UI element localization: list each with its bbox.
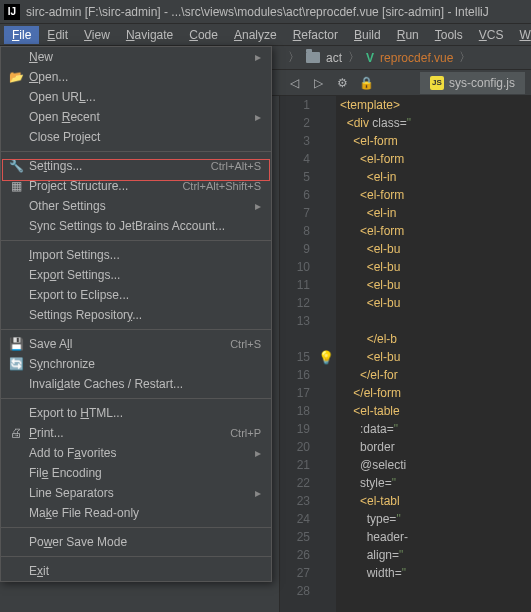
- menu-item-label: Sync Settings to JetBrains Account...: [25, 219, 261, 233]
- app-icon: IJ: [4, 4, 20, 20]
- menu-shortcut: Ctrl+Alt+Shift+S: [182, 180, 261, 192]
- menu-item[interactable]: Exit: [1, 561, 271, 581]
- menu-item[interactable]: 🖨Print...Ctrl+P: [1, 423, 271, 443]
- menu-item[interactable]: Export to HTML...: [1, 403, 271, 423]
- menu-item-icon: 💾: [7, 337, 25, 351]
- menu-windo[interactable]: Windo: [511, 26, 531, 44]
- menu-edit[interactable]: Edit: [39, 26, 76, 44]
- icon-gutter: 💡: [316, 96, 336, 612]
- menu-file[interactable]: File: [4, 26, 39, 44]
- menu-item-label: Export Settings...: [25, 268, 261, 282]
- code-editor[interactable]: <template> <div class=" <el-form <el-for…: [336, 96, 531, 612]
- submenu-arrow-icon: ▸: [255, 446, 261, 460]
- submenu-arrow-icon: ▸: [255, 199, 261, 213]
- menu-item-label: Open URL...: [25, 90, 261, 104]
- titlebar-text: sirc-admin [F:\sirc-admin] - ...\src\vie…: [26, 5, 489, 19]
- submenu-arrow-icon: ▸: [255, 486, 261, 500]
- menu-item-label: Other Settings: [25, 199, 251, 213]
- menu-item-label: New: [25, 50, 251, 64]
- back-icon[interactable]: ◁: [286, 75, 302, 91]
- menu-vcs[interactable]: VCS: [471, 26, 512, 44]
- menu-item-label: Export to Eclipse...: [25, 288, 261, 302]
- tab-label: sys-config.js: [449, 76, 515, 90]
- menu-item-label: Settings Repository...: [25, 308, 261, 322]
- menu-code[interactable]: Code: [181, 26, 226, 44]
- menu-item[interactable]: Open URL...: [1, 87, 271, 107]
- vue-icon: V: [366, 51, 374, 65]
- submenu-arrow-icon: ▸: [255, 50, 261, 64]
- menu-build[interactable]: Build: [346, 26, 389, 44]
- menu-item-label: Add to Favorites: [25, 446, 251, 460]
- editor-tab[interactable]: JS sys-config.js: [419, 72, 525, 94]
- menu-item[interactable]: 📂Open...: [1, 67, 271, 87]
- bulb-icon[interactable]: 💡: [318, 350, 334, 365]
- menu-item[interactable]: 💾Save AllCtrl+S: [1, 334, 271, 354]
- menu-item-icon: 📂: [7, 70, 25, 84]
- menu-item[interactable]: Invalidate Caches / Restart...: [1, 374, 271, 394]
- menu-item[interactable]: Export Settings...: [1, 265, 271, 285]
- menu-item-label: File Encoding: [25, 466, 261, 480]
- menu-item-label: Line Separators: [25, 486, 251, 500]
- menu-tools[interactable]: Tools: [427, 26, 471, 44]
- menu-item-label: Invalidate Caches / Restart...: [25, 377, 261, 391]
- menu-item[interactable]: Close Project: [1, 127, 271, 147]
- menu-item-icon: 🔧: [7, 159, 25, 173]
- menu-item[interactable]: New▸: [1, 47, 271, 67]
- menu-item[interactable]: Settings Repository...: [1, 305, 271, 325]
- breadcrumb-file[interactable]: reprocdef.vue: [380, 51, 453, 65]
- menu-item-label: Print...: [25, 426, 230, 440]
- menu-refactor[interactable]: Refactor: [285, 26, 346, 44]
- menu-item[interactable]: Export to Eclipse...: [1, 285, 271, 305]
- forward-icon[interactable]: ▷: [310, 75, 326, 91]
- js-icon: JS: [430, 76, 444, 90]
- breadcrumb-folder[interactable]: act: [326, 51, 342, 65]
- menu-item[interactable]: 🔧Settings...Ctrl+Alt+S: [1, 156, 271, 176]
- menu-item[interactable]: Sync Settings to JetBrains Account...: [1, 216, 271, 236]
- editor-tabs: JS sys-config.js: [419, 72, 525, 94]
- menu-item-label: Project Structure...: [25, 179, 182, 193]
- menu-item-label: Exit: [25, 564, 261, 578]
- chevron-icon: 〉: [288, 49, 300, 66]
- menu-item-label: Open...: [25, 70, 261, 84]
- menu-item-label: Synchronize: [25, 357, 261, 371]
- menu-run[interactable]: Run: [389, 26, 427, 44]
- menu-item-label: Save All: [25, 337, 230, 351]
- titlebar: IJ sirc-admin [F:\sirc-admin] - ...\src\…: [0, 0, 531, 24]
- menu-item-label: Open Recent: [25, 110, 251, 124]
- menu-item-icon: ▦: [7, 179, 25, 193]
- menu-shortcut: Ctrl+Alt+S: [211, 160, 261, 172]
- gear-icon[interactable]: ⚙: [334, 75, 350, 91]
- lock-icon[interactable]: 🔒: [358, 75, 374, 91]
- menu-item-label: Close Project: [25, 130, 261, 144]
- menu-item[interactable]: Add to Favorites▸: [1, 443, 271, 463]
- menu-item-label: Export to HTML...: [25, 406, 261, 420]
- menu-item-label: Import Settings...: [25, 248, 261, 262]
- menu-item[interactable]: ▦Project Structure...Ctrl+Alt+Shift+S: [1, 176, 271, 196]
- menu-item[interactable]: File Encoding: [1, 463, 271, 483]
- menu-item[interactable]: Other Settings▸: [1, 196, 271, 216]
- menu-item[interactable]: 🔄Synchronize: [1, 354, 271, 374]
- submenu-arrow-icon: ▸: [255, 110, 261, 124]
- menu-item-label: Make File Read-only: [25, 506, 261, 520]
- menubar: FileEditViewNavigateCodeAnalyzeRefactorB…: [0, 24, 531, 46]
- menu-item[interactable]: Power Save Mode: [1, 532, 271, 552]
- menu-item-label: Settings...: [25, 159, 211, 173]
- menu-item-icon: 🖨: [7, 426, 25, 440]
- menu-shortcut: Ctrl+S: [230, 338, 261, 350]
- menu-navigate[interactable]: Navigate: [118, 26, 181, 44]
- menu-item[interactable]: Line Separators▸: [1, 483, 271, 503]
- menu-item[interactable]: Import Settings...: [1, 245, 271, 265]
- chevron-icon: 〉: [459, 49, 471, 66]
- gutter: 1234567891011121315161718192021222324252…: [280, 96, 316, 612]
- menu-shortcut: Ctrl+P: [230, 427, 261, 439]
- menu-item[interactable]: Make File Read-only: [1, 503, 271, 523]
- folder-icon: [306, 52, 320, 63]
- menu-item[interactable]: Open Recent▸: [1, 107, 271, 127]
- menu-view[interactable]: View: [76, 26, 118, 44]
- chevron-icon: 〉: [348, 49, 360, 66]
- menu-item-icon: 🔄: [7, 357, 25, 371]
- menu-analyze[interactable]: Analyze: [226, 26, 285, 44]
- file-menu-dropdown: New▸📂Open...Open URL...Open Recent▸Close…: [0, 46, 272, 582]
- menu-item-label: Power Save Mode: [25, 535, 261, 549]
